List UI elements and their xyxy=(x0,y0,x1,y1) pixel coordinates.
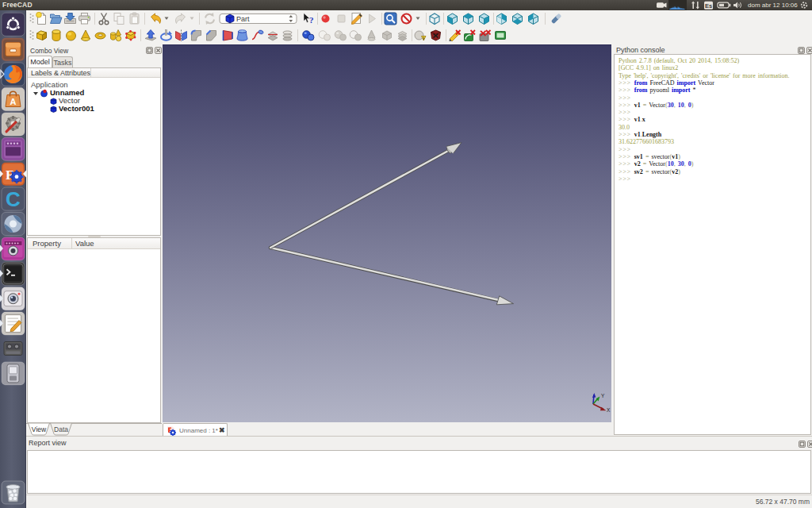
svg-text:View: View xyxy=(32,425,47,433)
svg-text:Part: Part xyxy=(236,15,250,23)
svg-text:Y: Y xyxy=(601,393,605,398)
svg-text:C: C xyxy=(6,187,21,211)
svg-text:Data: Data xyxy=(54,425,68,433)
svg-text:A: A xyxy=(10,97,17,106)
svg-text:X: X xyxy=(607,407,611,413)
svg-text:?: ? xyxy=(309,15,314,25)
